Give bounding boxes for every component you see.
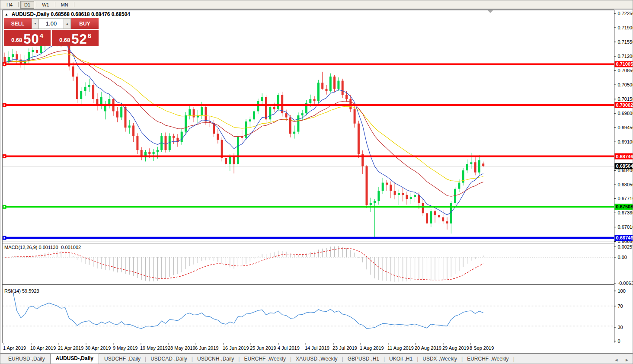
rsi-line <box>9 291 483 329</box>
buy-price-prefix: 0.68 <box>59 37 70 43</box>
date-axis-label: 14 Jul 2019 <box>305 345 329 351</box>
date-axis-label: 10 Apr 2019 <box>30 345 56 351</box>
macd-pane <box>3 246 614 282</box>
macd-indicator-label: MACD(12,26,9) 0.001130 -0.001002 <box>4 245 81 250</box>
macd-axis-tick: 0.00 <box>618 255 627 260</box>
date-axis-label: 28 May 2019 <box>168 345 195 351</box>
svg-text:0.70002: 0.70002 <box>616 102 633 108</box>
date-axis-label: 6 Jun 2019 <box>195 345 218 351</box>
sell-button[interactable]: SELL <box>4 18 32 29</box>
axis-layer: 0.722500.719000.715500.712000.708500.705… <box>0 10 633 353</box>
macd-axis-tick: -0.006326 <box>618 281 633 286</box>
sell-price-display[interactable]: 0.68 50 4 <box>4 30 51 46</box>
buy-price-display[interactable]: 0.68 52 6 <box>52 30 99 46</box>
date-axis-label: 20 Aug 2019 <box>415 345 441 351</box>
price-axis-tick: 0.69800 <box>618 111 633 116</box>
price-axis-tick: 0.69450 <box>618 125 633 130</box>
sell-price-big-digits: 50 <box>23 33 39 46</box>
price-axis-tick: 0.70500 <box>618 82 633 87</box>
date-axis-label: 30 Apr 2019 <box>85 345 111 351</box>
rsi-pane <box>3 291 614 329</box>
rsi-axis-tick: 0 <box>618 338 620 344</box>
date-axis-label: 1 Aug 2019 <box>360 345 384 351</box>
svg-text:0.68746: 0.68746 <box>616 154 633 159</box>
date-axis-label: 9 May 2019 <box>113 345 137 351</box>
rsi-axis-tick: 30 <box>618 325 623 330</box>
rsi-indicator-label: RSI(14) 59.5923 <box>4 288 39 294</box>
price-axis-tick: 0.72250 <box>618 11 633 16</box>
date-axis-label: 4 Jul 2019 <box>278 345 300 351</box>
price-axis-tick: 0.70150 <box>618 96 633 102</box>
date-axis-label: 11 Aug 2019 <box>387 345 414 351</box>
price-axis-tick: 0.67710 <box>618 196 633 201</box>
price-axis-tick: 0.71900 <box>618 25 633 30</box>
date-axis-label: 19 May 2019 <box>140 345 168 351</box>
buy-price-big-digits: 52 <box>71 33 87 46</box>
date-axis-label: 16 Jun 2019 <box>223 345 249 351</box>
buy-button[interactable]: BUY <box>71 18 99 29</box>
macd-signal-line <box>5 248 483 280</box>
volume-input[interactable]: 1.00 <box>39 18 64 29</box>
price-axis-tick: 0.67010 <box>618 224 633 230</box>
chart-symbol-label: AUDUSD-,Daily <box>12 11 49 17</box>
date-axis-label: 25 Jun 2019 <box>250 345 276 351</box>
date-axis-label: 29 Aug 2019 <box>442 345 469 351</box>
scroll-to-end-icon[interactable] <box>488 10 493 13</box>
volume-decrease-button[interactable]: ▼ <box>32 18 39 29</box>
main-price-pane <box>3 32 614 239</box>
date-axis-label: 23 Jul 2019 <box>332 345 357 351</box>
price-axis-tick: 0.68050 <box>618 182 633 187</box>
moving-average-line <box>5 50 483 196</box>
chart-title: ▲ AUDUSD-,Daily 0.68568 0.68618 0.68476 … <box>5 11 130 17</box>
price-axis-tick: 0.71200 <box>618 54 633 59</box>
moving-average-line <box>5 54 483 181</box>
date-axis-label: 1 Apr 2019 <box>3 345 26 351</box>
buy-price-pipette: 6 <box>88 32 91 39</box>
macd-histogram <box>5 246 483 282</box>
svg-text:0.68504: 0.68504 <box>616 163 633 169</box>
price-axis-tick: 0.70850 <box>618 68 633 73</box>
rsi-axis-tick: 70 <box>618 303 623 309</box>
price-axis-tick: 0.69100 <box>618 139 633 144</box>
sell-price-pipette: 4 <box>40 32 43 39</box>
svg-text:0.66746: 0.66746 <box>616 235 633 240</box>
price-axis-tick: 0.71550 <box>618 39 633 45</box>
rsi-axis-tick: 100 <box>618 288 626 294</box>
sell-price-prefix: 0.68 <box>11 37 22 43</box>
collapse-arrow-icon[interactable]: ▲ <box>5 13 8 16</box>
price-axis-tick: 0.67360 <box>618 210 633 215</box>
moving-average-line <box>5 44 483 215</box>
svg-text:0.67508: 0.67508 <box>616 204 633 209</box>
volume-increase-button[interactable]: ▲ <box>64 18 71 29</box>
price-chart-canvas: 0.722500.719000.715500.712000.708500.705… <box>0 0 633 364</box>
trading-platform-window: H4D1W1MN 0.722500.719000.715500.712000.7… <box>0 0 633 364</box>
one-click-trade-panel: SELL ▼ 1.00 ▲ BUY 0.68 50 4 0.68 52 6 <box>4 18 99 46</box>
date-axis-label: 21 Apr 2019 <box>58 345 83 351</box>
macd-axis-tick: 0.002574 <box>618 244 633 249</box>
chart-ohlc-values: 0.68568 0.68618 0.68476 0.68504 <box>51 11 131 17</box>
svg-text:0.71005: 0.71005 <box>616 61 633 67</box>
date-axis-label: 8 Sep 2019 <box>470 345 494 351</box>
